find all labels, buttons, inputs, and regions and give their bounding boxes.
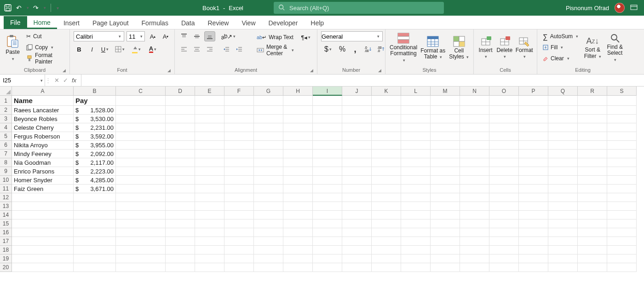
cell-F4[interactable] [224, 123, 254, 132]
cell-G12[interactable] [254, 193, 283, 202]
cell-N9[interactable] [460, 167, 489, 176]
cell-Q2[interactable] [548, 106, 578, 115]
cell-S8[interactable] [607, 158, 637, 167]
tab-formulas[interactable]: Formulas [135, 17, 175, 29]
cell-Q12[interactable] [548, 193, 578, 202]
row-header-6[interactable]: 6 [0, 141, 12, 150]
cell-H1[interactable] [283, 96, 313, 106]
cell-L12[interactable] [401, 193, 431, 202]
undo-icon[interactable]: ↶ [15, 4, 23, 12]
cell-E4[interactable] [195, 123, 224, 132]
tab-file[interactable]: File [4, 16, 27, 29]
cell-K13[interactable] [372, 202, 401, 211]
cell-R19[interactable] [578, 254, 607, 263]
col-header-M[interactable]: M [431, 87, 460, 96]
cell-F18[interactable] [224, 246, 254, 254]
cell-N20[interactable] [460, 263, 489, 272]
col-header-D[interactable]: D [166, 87, 195, 96]
cell-K9[interactable] [372, 167, 401, 176]
row-header-19[interactable]: 19 [0, 254, 12, 263]
cell-D10[interactable] [166, 176, 195, 185]
cell-R14[interactable] [578, 211, 607, 219]
cell-N10[interactable] [460, 176, 489, 185]
cell-M19[interactable] [431, 254, 460, 263]
tab-developer[interactable]: Developer [262, 17, 305, 29]
cell-R18[interactable] [578, 246, 607, 254]
cell-O19[interactable] [489, 254, 519, 263]
cell-L4[interactable] [401, 123, 431, 132]
format-painter-button[interactable]: Format Painter [24, 53, 66, 64]
cell-G6[interactable] [254, 141, 283, 150]
cell-O15[interactable] [489, 219, 519, 228]
cell-H8[interactable] [283, 158, 313, 167]
cell-H9[interactable] [283, 167, 313, 176]
cell-G1[interactable] [254, 96, 283, 106]
cell-A3[interactable]: Beyonce Robles [12, 115, 74, 123]
cell-F12[interactable] [224, 193, 254, 202]
row-header-7[interactable]: 7 [0, 150, 12, 158]
row-header-17[interactable]: 17 [0, 237, 12, 246]
cell-D5[interactable] [166, 132, 195, 141]
cell-P9[interactable] [519, 167, 548, 176]
cell-F17[interactable] [224, 237, 254, 246]
cell-E6[interactable] [195, 141, 224, 150]
qat-customize[interactable]: ▾ [57, 6, 59, 11]
cell-Q17[interactable] [548, 237, 578, 246]
cell-N15[interactable] [460, 219, 489, 228]
cell-S1[interactable] [607, 96, 637, 106]
cell-N17[interactable] [460, 237, 489, 246]
cell-P20[interactable] [519, 263, 548, 272]
cell-F8[interactable] [224, 158, 254, 167]
cell-B17[interactable] [74, 237, 116, 246]
cell-D16[interactable] [166, 228, 195, 237]
cell-E15[interactable] [195, 219, 224, 228]
cell-N1[interactable] [460, 96, 489, 106]
cell-J10[interactable] [342, 176, 372, 185]
cell-Q3[interactable] [548, 115, 578, 123]
cell-I7[interactable] [313, 150, 342, 158]
cell-K4[interactable] [372, 123, 401, 132]
cell-D7[interactable] [166, 150, 195, 158]
cell-J15[interactable] [342, 219, 372, 228]
cell-A10[interactable]: Homer Snyder [12, 176, 74, 185]
cell-Q13[interactable] [548, 202, 578, 211]
col-header-E[interactable]: E [195, 87, 224, 96]
cell-P10[interactable] [519, 176, 548, 185]
cell-S15[interactable] [607, 219, 637, 228]
col-header-L[interactable]: L [401, 87, 431, 96]
cell-O11[interactable] [489, 185, 519, 193]
cell-N6[interactable] [460, 141, 489, 150]
cell-G14[interactable] [254, 211, 283, 219]
cell-O20[interactable] [489, 263, 519, 272]
cell-P4[interactable] [519, 123, 548, 132]
merge-center-button[interactable]: Merge & Center▾ [255, 45, 296, 55]
find-select-button[interactable]: Find & Select ▾ [605, 31, 625, 64]
formula-input[interactable] [81, 75, 644, 86]
cell-I12[interactable] [313, 193, 342, 202]
cell-K8[interactable] [372, 158, 401, 167]
cell-O1[interactable] [489, 96, 519, 106]
cell-K20[interactable] [372, 263, 401, 272]
delete-cells-button[interactable]: Delete▾ [496, 31, 512, 64]
cell-N14[interactable] [460, 211, 489, 219]
cell-J18[interactable] [342, 246, 372, 254]
cell-P16[interactable] [519, 228, 548, 237]
ribbon-display-icon[interactable] [630, 5, 638, 12]
cell-J2[interactable] [342, 106, 372, 115]
cell-grid[interactable]: NamePayRaees Lancaster$1,528.00Beyonce R… [12, 96, 637, 272]
cell-C11[interactable] [116, 185, 166, 193]
cell-O3[interactable] [489, 115, 519, 123]
decrease-decimal-icon[interactable]: .00.0 [375, 44, 386, 54]
number-format-select[interactable] [321, 31, 383, 41]
align-left-icon[interactable] [178, 44, 190, 54]
cell-E7[interactable] [195, 150, 224, 158]
cell-L19[interactable] [401, 254, 431, 263]
cell-K12[interactable] [372, 193, 401, 202]
cell-J4[interactable] [342, 123, 372, 132]
cell-A12[interactable] [12, 193, 74, 202]
cell-G5[interactable] [254, 132, 283, 141]
cell-H15[interactable] [283, 219, 313, 228]
format-as-table-button[interactable]: Format as Table ▾ [420, 31, 445, 64]
cell-M1[interactable] [431, 96, 460, 106]
cell-A15[interactable] [12, 219, 74, 228]
